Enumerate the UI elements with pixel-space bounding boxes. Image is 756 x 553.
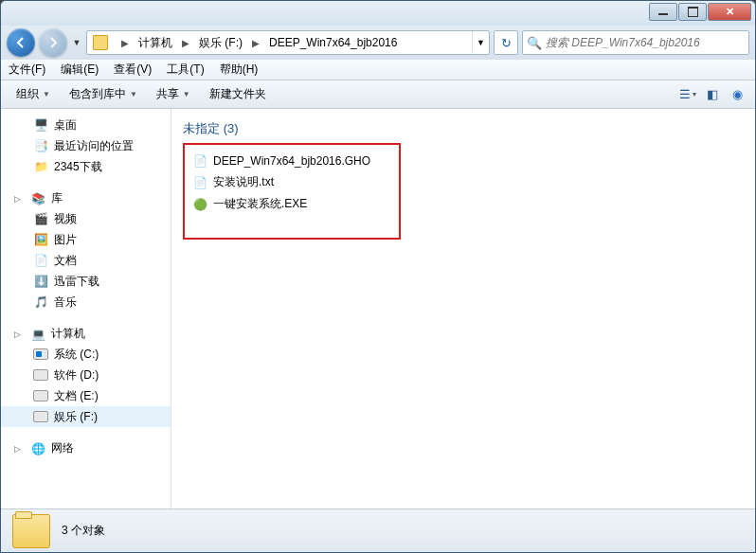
sidebar-item-documents[interactable]: 📄文档 xyxy=(1,250,171,271)
sidebar-item-drive-e[interactable]: 文档 (E:) xyxy=(1,385,171,406)
file-item-gho[interactable]: 📄 DEEP_Win7x64_bjb2016.GHO xyxy=(189,151,393,171)
sidebar-item-drive-f[interactable]: 娱乐 (F:) xyxy=(1,406,171,427)
file-name: DEEP_Win7x64_bjb2016.GHO xyxy=(213,154,370,168)
search-icon: 🔍 xyxy=(527,36,542,50)
library-icon: 📚 xyxy=(30,191,45,206)
download-icon: ⬇️ xyxy=(33,274,48,289)
file-name: 一键安装系统.EXE xyxy=(213,196,307,212)
exe-icon: 🟢 xyxy=(192,197,207,212)
picture-icon: 🖼️ xyxy=(33,232,48,247)
caret-icon: ▷ xyxy=(14,330,21,339)
address-bar[interactable]: ▶ 计算机 ▶ 娱乐 (F:) ▶ DEEP_Win7x64_bjb2016 ▼ xyxy=(86,30,490,55)
toolbar: 组织▼ 包含到库中▼ 共享▼ 新建文件夹 ☰▾ ◧ ◉ xyxy=(1,80,755,109)
caret-icon: ▷ xyxy=(14,444,21,454)
sidebar-header-library[interactable]: ▷📚库 xyxy=(1,188,171,208)
chevron-right-icon[interactable]: ▶ xyxy=(117,38,133,48)
menu-help[interactable]: 帮助(H) xyxy=(212,60,266,80)
titlebar xyxy=(1,1,755,26)
folder-icon: 📁 xyxy=(33,159,48,174)
navigation-pane: 🖥️桌面 📑最近访问的位置 📁2345下载 ▷📚库 🎬视频 🖼️图片 📄文档 ⬇… xyxy=(1,109,171,508)
maximize-button[interactable] xyxy=(678,3,707,21)
refresh-button[interactable]: ↻ xyxy=(494,30,518,55)
document-icon: 📄 xyxy=(33,253,48,268)
search-input[interactable] xyxy=(546,36,745,49)
chevron-right-icon[interactable]: ▶ xyxy=(178,38,193,48)
explorer-window: ▼ ▶ 计算机 ▶ 娱乐 (F:) ▶ DEEP_Win7x64_bjb2016… xyxy=(0,0,756,553)
status-bar: 3 个对象 xyxy=(1,508,755,552)
file-item-exe[interactable]: 🟢 一键安装系统.EXE xyxy=(189,193,393,215)
sidebar-header-network[interactable]: ▷🌐网络 xyxy=(1,438,171,458)
sidebar-item-desktop[interactable]: 🖥️桌面 xyxy=(1,115,171,135)
status-text: 3 个对象 xyxy=(62,523,105,539)
back-button[interactable] xyxy=(7,28,35,57)
group-header[interactable]: 未指定 (3) xyxy=(183,120,744,137)
text-file-icon: 📄 xyxy=(192,175,207,190)
caret-icon: ▷ xyxy=(14,194,21,204)
file-icon: 📄 xyxy=(192,153,207,169)
disk-icon xyxy=(33,409,48,424)
video-icon: 🎬 xyxy=(33,211,48,226)
sidebar-item-recent[interactable]: 📑最近访问的位置 xyxy=(1,135,171,156)
nav-bar: ▼ ▶ 计算机 ▶ 娱乐 (F:) ▶ DEEP_Win7x64_bjb2016… xyxy=(1,26,755,60)
file-name: 安装说明.txt xyxy=(213,174,274,190)
address-dropdown[interactable]: ▼ xyxy=(472,31,489,54)
menu-tools[interactable]: 工具(T) xyxy=(159,60,211,80)
breadcrumb-drive[interactable]: 娱乐 (F:) xyxy=(193,31,248,54)
preview-pane-button[interactable]: ◧ xyxy=(702,86,723,103)
menu-file[interactable]: 文件(F) xyxy=(1,60,53,80)
music-icon: 🎵 xyxy=(33,294,48,310)
disk-icon xyxy=(33,388,48,403)
view-mode-button[interactable]: ☰▾ xyxy=(677,86,698,103)
organize-button[interactable]: 组织▼ xyxy=(9,83,58,105)
file-item-txt[interactable]: 📄 安装说明.txt xyxy=(189,171,393,193)
search-box[interactable]: 🔍 xyxy=(522,30,749,55)
disk-icon xyxy=(33,347,48,362)
sidebar-item-xunlei[interactable]: ⬇️迅雷下载 xyxy=(1,271,171,292)
close-button[interactable] xyxy=(708,3,751,21)
sidebar-item-videos[interactable]: 🎬视频 xyxy=(1,208,171,229)
sidebar-header-computer[interactable]: ▷💻计算机 xyxy=(1,324,171,344)
minimize-button[interactable] xyxy=(649,3,677,21)
chevron-right-icon[interactable]: ▶ xyxy=(248,38,263,48)
breadcrumb-computer[interactable]: 计算机 xyxy=(133,31,178,54)
network-icon: 🌐 xyxy=(30,441,45,456)
status-folder-icon xyxy=(12,514,50,548)
share-button[interactable]: 共享▼ xyxy=(149,83,198,105)
folder-icon xyxy=(93,35,108,50)
menubar: 文件(F) 编辑(E) 查看(V) 工具(T) 帮助(H) xyxy=(1,60,755,80)
highlight-box: 📄 DEEP_Win7x64_bjb2016.GHO 📄 安装说明.txt 🟢 … xyxy=(183,143,401,240)
computer-icon: 💻 xyxy=(30,327,45,342)
main-body: 🖥️桌面 📑最近访问的位置 📁2345下载 ▷📚库 🎬视频 🖼️图片 📄文档 ⬇… xyxy=(1,109,755,508)
file-list: 未指定 (3) 📄 DEEP_Win7x64_bjb2016.GHO 📄 安装说… xyxy=(171,109,755,508)
help-icon[interactable]: ◉ xyxy=(727,86,747,103)
include-in-library-button[interactable]: 包含到库中▼ xyxy=(62,83,145,105)
sidebar-item-drive-c[interactable]: 系统 (C:) xyxy=(1,344,171,365)
new-folder-button[interactable]: 新建文件夹 xyxy=(202,83,274,105)
menu-edit[interactable]: 编辑(E) xyxy=(53,60,106,80)
sidebar-item-2345dl[interactable]: 📁2345下载 xyxy=(1,156,171,177)
desktop-icon: 🖥️ xyxy=(33,117,48,133)
sidebar-item-drive-d[interactable]: 软件 (D:) xyxy=(1,365,171,385)
sidebar-item-pictures[interactable]: 🖼️图片 xyxy=(1,229,171,250)
nav-history-dropdown[interactable]: ▼ xyxy=(71,33,82,52)
disk-icon xyxy=(33,367,48,383)
sidebar-item-music[interactable]: 🎵音乐 xyxy=(1,292,171,312)
menu-view[interactable]: 查看(V) xyxy=(106,60,159,80)
breadcrumb-folder[interactable]: DEEP_Win7x64_bjb2016 xyxy=(263,31,403,54)
forward-button xyxy=(39,28,67,57)
recent-icon: 📑 xyxy=(33,138,48,153)
